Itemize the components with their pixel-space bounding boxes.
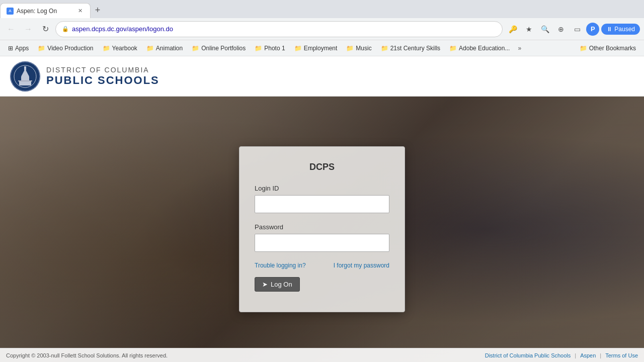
page-content: DISTRICT OF COLUMBIA PUBLIC SCHOOLS DCPS…	[0, 56, 644, 362]
footer-sep2: |	[600, 352, 601, 358]
footer-sep1: |	[575, 352, 576, 358]
tab-favicon: A	[7, 8, 14, 15]
bookmark-apps[interactable]: ⊞ Apps	[4, 43, 33, 53]
password-group: Password	[255, 223, 389, 252]
bookmark-music[interactable]: 📁 Music	[342, 43, 375, 53]
copyright-text: Copyright © 2003-null Follett School Sol…	[6, 352, 168, 358]
other-bookmarks-folder[interactable]: 📁 Other Bookmarks	[576, 43, 640, 53]
logon-button[interactable]: ➤ Log On	[255, 277, 300, 292]
reload-button[interactable]: ↻	[38, 22, 52, 36]
dialog-title: DCPS	[255, 162, 389, 172]
login-id-input[interactable]	[255, 195, 389, 213]
address-bar: ← → ↻ 🔒 aspen.dcps.dc.gov/aspen/logon.do…	[0, 18, 644, 40]
bookmark-adobe[interactable]: 📁 Adobe Education...	[445, 43, 514, 53]
svg-rect-4	[24, 66, 26, 70]
login-id-group: Login ID	[255, 185, 389, 213]
other-folder-icon: 📁	[580, 45, 587, 52]
footer-terms-link[interactable]: Terms of Use	[605, 352, 638, 358]
browser-frame: A Aspen: Log On ✕ + ← → ↻ 🔒 aspen.dcps.d…	[0, 0, 644, 362]
password-input[interactable]	[255, 234, 389, 252]
bookmark-yearbook[interactable]: 📁 Yearbook	[99, 43, 141, 53]
footer-aspen-link[interactable]: Aspen	[580, 352, 596, 358]
forgot-password-link[interactable]: I forgot my password	[334, 262, 389, 269]
key-icon[interactable]: 🔑	[506, 22, 520, 36]
profile-button[interactable]: P	[586, 23, 599, 36]
paused-button[interactable]: ⏸ Paused	[601, 24, 640, 35]
dcps-logo: DISTRICT OF COLUMBIA PUBLIC SCHOOLS	[10, 61, 159, 92]
bookmark-online-portfolios[interactable]: 📁 Online Portfolios	[188, 43, 250, 53]
toolbar-icons: 🔑 ★ 🔍 ⊕ ▭ P ⏸ Paused	[506, 22, 640, 36]
page-footer: Copyright © 2003-null Follett School Sol…	[0, 348, 644, 362]
dcps-header: DISTRICT OF COLUMBIA PUBLIC SCHOOLS	[0, 56, 644, 97]
paused-label: Paused	[614, 26, 635, 33]
tab-close-button[interactable]: ✕	[76, 7, 84, 15]
new-tab-button[interactable]: +	[91, 3, 105, 17]
bookmark-employment-label: Employment	[304, 45, 338, 52]
tab-bar: A Aspen: Log On ✕ +	[0, 0, 644, 18]
folder-icon: 📁	[192, 45, 199, 52]
zoom-icon[interactable]: ⊕	[554, 22, 568, 36]
logon-button-label: Log On	[271, 281, 292, 288]
apps-grid-icon: ⊞	[8, 45, 13, 52]
folder-icon: 📁	[103, 45, 110, 52]
bookmark-21st-label: 21st Century Skills	[390, 45, 440, 52]
svg-rect-5	[18, 80, 32, 81]
org-line2: PUBLIC SCHOOLS	[46, 74, 159, 87]
star-icon[interactable]: ★	[522, 22, 536, 36]
forward-button[interactable]: →	[21, 22, 35, 36]
page-background: DCPS Login ID Password Trouble logging i…	[0, 97, 644, 362]
org-line1: DISTRICT OF COLUMBIA	[46, 66, 159, 74]
logo-seal	[10, 61, 40, 92]
tab-title: Aspen: Log On	[17, 8, 73, 15]
bookmark-animation-label: Animation	[156, 45, 183, 52]
paused-icon: ⏸	[606, 26, 612, 33]
folder-icon: 📁	[294, 45, 302, 52]
lock-icon: 🔒	[62, 26, 69, 32]
bookmarks-bar: ⊞ Apps 📁 Video Production 📁 Yearbook 📁 A…	[0, 40, 644, 56]
bookmark-portfolios-label: Online Portfolios	[201, 45, 246, 52]
footer-links: District of Columbia Public Schools | As…	[485, 352, 638, 358]
folder-icon: 📁	[255, 45, 262, 52]
back-button[interactable]: ←	[4, 22, 18, 36]
logo-text: DISTRICT OF COLUMBIA PUBLIC SCHOOLS	[46, 66, 159, 87]
password-label: Password	[255, 223, 389, 231]
bookmark-photo1-label: Photo 1	[264, 45, 285, 52]
folder-icon: 📁	[381, 45, 388, 52]
bookmark-animation[interactable]: 📁 Animation	[142, 43, 187, 53]
folder-icon: 📁	[38, 45, 45, 52]
bookmark-adobe-label: Adobe Education...	[459, 45, 510, 52]
url-text: aspen.dcps.dc.gov/aspen/logon.do	[72, 25, 496, 33]
bookmark-employment[interactable]: 📁 Employment	[290, 43, 342, 53]
search-icon[interactable]: 🔍	[538, 22, 552, 36]
folder-icon: 📁	[346, 45, 354, 52]
trouble-logging-link[interactable]: Trouble logging in?	[255, 262, 306, 269]
folder-icon: 📁	[449, 45, 457, 52]
bookmark-photo1[interactable]: 📁 Photo 1	[251, 43, 289, 53]
logon-arrow-icon: ➤	[262, 281, 268, 288]
folder-icon: 📁	[146, 45, 154, 52]
url-bar[interactable]: 🔒 aspen.dcps.dc.gov/aspen/logon.do	[55, 21, 503, 37]
links-row: Trouble logging in? I forgot my password	[255, 262, 389, 269]
bookmark-video-production[interactable]: 📁 Video Production	[34, 43, 97, 53]
bookmark-music-label: Music	[356, 45, 371, 52]
bookmark-video-label: Video Production	[47, 45, 93, 52]
cast-icon[interactable]: ▭	[570, 22, 584, 36]
bookmark-21st-century[interactable]: 📁 21st Century Skills	[377, 43, 444, 53]
bookmark-yearbook-label: Yearbook	[112, 45, 137, 52]
bookmarks-more-button[interactable]: »	[515, 43, 524, 53]
other-bookmarks-label: Other Bookmarks	[589, 45, 636, 52]
login-id-label: Login ID	[255, 185, 389, 192]
footer-dcps-link[interactable]: District of Columbia Public Schools	[485, 352, 571, 358]
login-dialog: DCPS Login ID Password Trouble logging i…	[239, 146, 405, 312]
active-tab[interactable]: A Aspen: Log On ✕	[0, 3, 91, 18]
bookmark-apps-label: Apps	[15, 45, 29, 52]
